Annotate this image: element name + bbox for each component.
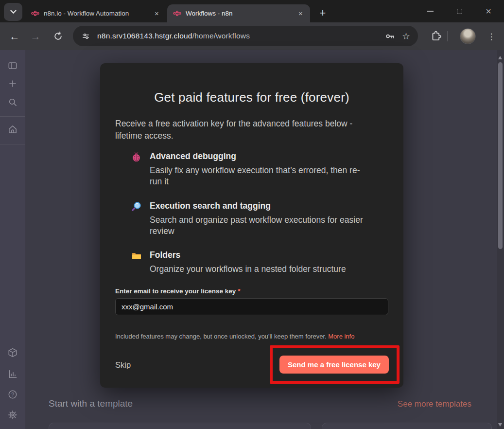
close-icon: × <box>486 6 491 16</box>
profile-avatar[interactable] <box>460 28 476 44</box>
skip-button[interactable]: Skip <box>115 360 131 370</box>
folder-icon <box>131 250 141 261</box>
url-domain: n8n.srv1068143.hstgr.cloud <box>97 32 192 40</box>
see-more-templates-link[interactable]: See more templates <box>398 399 471 409</box>
tune-icon <box>81 32 90 41</box>
modal-subtitle: Receive a free activation key for the ad… <box>115 118 380 142</box>
license-modal: Get paid features for free (forever) Rec… <box>100 63 403 388</box>
panel-toggle-icon[interactable] <box>7 60 18 71</box>
bookmark-star-button[interactable]: ☆ <box>402 31 410 42</box>
more-info-link[interactable]: More info <box>328 333 354 340</box>
feature-description: Easily fix any workflow execution that’s… <box>150 165 365 188</box>
n8n-app: ? Start with a template See more templat… <box>0 50 504 429</box>
minimize-icon <box>427 11 434 12</box>
disclaimer-text: Included features may change, but once u… <box>115 333 354 340</box>
settings-gear-icon[interactable] <box>7 410 18 420</box>
close-tab-icon[interactable]: × <box>296 9 305 18</box>
email-label: Enter email to receive your license key … <box>115 287 240 295</box>
tab-title: Workflows - n8n <box>186 10 292 17</box>
puzzle-icon <box>430 30 441 42</box>
magnifier-icon <box>131 201 141 212</box>
search-icon[interactable] <box>7 97 18 107</box>
svg-text:?: ? <box>11 392 14 397</box>
add-workflow-icon[interactable] <box>7 78 18 89</box>
chevron-down-icon <box>10 7 17 14</box>
scrollbar-thumb[interactable] <box>498 62 503 249</box>
browser-titlebar: n8n.io - Workflow Automation × Workflows… <box>0 0 504 22</box>
forward-button[interactable]: → <box>26 22 45 50</box>
tab-n8n-io[interactable]: n8n.io - Workflow Automation × <box>25 4 166 22</box>
feature-title: Folders <box>150 250 365 260</box>
home-icon[interactable] <box>7 124 18 135</box>
feature-advanced-debugging: Advanced debugging Easily fix any workfl… <box>131 151 365 188</box>
scroll-down-arrow-icon[interactable] <box>498 423 502 427</box>
send-license-key-button[interactable]: Send me a free license key <box>279 356 389 374</box>
url-path: /home/workflows <box>192 32 250 40</box>
tab-search-button[interactable] <box>4 3 22 21</box>
template-card[interactable] <box>322 423 492 429</box>
extensions-button[interactable] <box>430 30 441 42</box>
new-tab-button[interactable]: + <box>315 5 330 21</box>
feature-folders: Folders Organize your workflows in a nes… <box>131 250 365 275</box>
feature-description: Search and organize past workflow execut… <box>150 214 365 237</box>
tab-title: n8n.io - Workflow Automation <box>44 10 148 17</box>
email-input[interactable] <box>115 298 388 315</box>
url-text: n8n.srv1068143.hstgr.cloud/home/workflow… <box>97 32 250 40</box>
close-tab-icon[interactable]: × <box>152 9 161 18</box>
toolbar-separator <box>447 31 448 41</box>
sidebar-divider <box>0 116 25 117</box>
feature-title: Execution search and tagging <box>150 201 365 211</box>
feature-title: Advanced debugging <box>150 151 365 161</box>
n8n-favicon-icon <box>31 9 39 18</box>
browser-menu-button[interactable]: ⋮ <box>485 30 498 43</box>
browser-toolbar: ← → n8n.srv1068143.hstgr.cloud/home/work… <box>0 22 504 50</box>
ladybug-icon <box>131 152 141 162</box>
password-manager-button[interactable] <box>385 31 395 41</box>
template-section-title: Start with a template <box>49 398 133 409</box>
reload-button[interactable] <box>48 22 68 50</box>
maximize-button[interactable] <box>445 0 474 22</box>
template-card[interactable] <box>49 423 311 429</box>
feature-description: Organize your workflows in a nested fold… <box>150 264 365 275</box>
templates-package-icon[interactable] <box>7 347 18 358</box>
feature-execution-search: Execution search and tagging Search and … <box>131 201 365 237</box>
n8n-favicon-icon <box>173 9 181 18</box>
app-sidebar: ? <box>0 50 25 429</box>
close-window-button[interactable]: × <box>474 0 503 22</box>
window-controls: × <box>416 0 503 22</box>
tab-workflows[interactable]: Workflows - n8n × <box>167 4 310 22</box>
feature-list: Advanced debugging Easily fix any workfl… <box>131 151 365 288</box>
required-asterisk: * <box>238 287 240 295</box>
back-button[interactable]: ← <box>5 22 24 50</box>
minimize-button[interactable] <box>416 0 445 22</box>
insights-chart-icon[interactable] <box>7 369 18 379</box>
modal-title: Get paid features for free (forever) <box>100 90 403 105</box>
site-settings-button[interactable] <box>79 30 92 42</box>
disclaimer-body: Included features may change, but once u… <box>115 333 328 340</box>
sidebar-divider <box>0 144 25 144</box>
help-icon[interactable]: ? <box>7 389 18 400</box>
email-label-text: Enter email to receive your license key <box>115 287 238 295</box>
reload-icon <box>53 31 63 41</box>
scroll-up-arrow-icon[interactable] <box>498 56 502 59</box>
page-scrollbar[interactable] <box>497 50 504 429</box>
maximize-icon <box>457 9 462 14</box>
key-icon <box>385 31 395 41</box>
address-bar[interactable]: n8n.srv1068143.hstgr.cloud/home/workflow… <box>73 26 418 46</box>
